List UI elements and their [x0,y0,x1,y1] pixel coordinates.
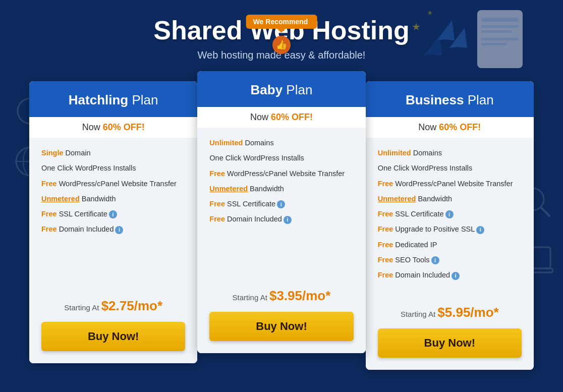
feature-text-5: Domain Included [225,215,282,223]
feature-bold-4: Free [41,210,57,218]
plan-discount-baby: Now 60% OFF! [197,107,365,128]
feature-bold-7: Free [378,256,393,264]
info-icon-5[interactable]: i [284,216,292,224]
plan-name-hatchling: Hatchling Plan [39,92,187,108]
plan-header-baby: Baby Plan [197,71,365,107]
plan-footer-business: Starting At $5.95/mo* Buy Now! [366,296,534,370]
feature-bold-8: Free [378,271,393,279]
feature-item-4: Free SSL Certificatei [209,199,353,209]
plan-footer-baby: Starting At $3.95/mo* Buy Now! [197,279,365,353]
feature-item-3: Unmetered Bandwidth [209,184,353,194]
feature-text-4: SSL Certificate [57,210,107,218]
feature-text-4: SSL Certificate [393,210,443,218]
feature-text-0: Domains [243,139,273,147]
feature-item-1: One Click WordPress Installs [209,153,353,163]
feature-text-2: WordPress/cPanel Website Transfer [225,170,345,178]
page-wrapper: Shared Web Hosting Web hosting made easy… [0,0,563,390]
feature-text-1: One Click WordPress Installs [209,154,304,162]
discount-label: Now [418,122,439,132]
info-icon-4[interactable]: i [109,210,117,218]
plan-name-regular: Plan [464,92,493,107]
info-icon-7[interactable]: i [431,256,439,264]
feature-item-3: Unmetered Bandwidth [378,194,522,204]
feature-bold-0: Single [41,149,64,157]
feature-item-4: Free SSL Certificatei [41,209,185,219]
price-baby: $3.95/mo* [269,288,330,303]
plan-name-bold: Hatchling [69,92,128,107]
discount-value: 60% OFF! [439,122,481,132]
feature-text-5: Upgrade to Positive SSL [393,225,475,233]
thumbs-up-icon: 👍 [272,36,291,54]
feature-item-2: Free WordPress/cPanel Website Transfer [378,179,522,189]
feature-bold-2: Free [41,180,57,188]
plan-baby: 👍 We Recommend Baby Plan Now 60% OFF! Un… [197,71,365,353]
feature-item-5: Free Domain Includedi [209,214,353,224]
price-business: $5.95/mo* [437,305,498,320]
starting-at-label: Starting At $3.95/mo* [209,288,353,304]
info-icon-4[interactable]: i [445,210,454,218]
feature-item-0: Single Domain [41,148,185,158]
feature-text-3: Bandwidth [80,195,116,203]
feature-item-2: Free WordPress/cPanel Website Transfer [209,169,353,179]
feature-text-0: Domains [411,149,442,157]
feature-text-2: WordPress/cPanel Website Transfer [57,180,177,188]
feature-text-2: WordPress/cPanel Website Transfer [393,180,513,188]
feature-item-4: Free SSL Certificatei [378,209,522,219]
plan-name-bold: Baby [251,82,283,97]
feature-text-1: One Click WordPress Installs [378,164,472,172]
feature-bold-0: Unlimited [378,149,411,157]
plan-name-baby: Baby Plan [207,82,355,98]
info-icon-8[interactable]: i [452,272,460,280]
plan-features-baby: Unlimited DomainsOne Click WordPress Ins… [197,128,365,279]
feature-item-2: Free WordPress/cPanel Website Transfer [41,179,185,189]
info-icon-5[interactable]: i [476,226,484,234]
discount-label: Now [82,122,103,132]
plan-name-regular: Plan [283,82,312,97]
plans-container: Hatchling Plan Now 60% OFF! Single Domai… [29,81,534,370]
starting-at-label: Starting At $2.75/mo* [41,298,185,314]
feature-text-5: Domain Included [57,225,114,233]
plan-name-business: Business Plan [376,92,524,108]
feature-bold-2: Free [209,170,225,178]
feature-item-3: Unmetered Bandwidth [41,194,185,204]
feature-text-0: Domain [64,149,91,157]
feature-bold-5: Free [41,225,57,233]
feature-bold-3: Unmetered [41,195,80,203]
discount-value: 60% OFF! [103,122,145,132]
feature-bold-6: Free [378,241,393,249]
info-icon-4[interactable]: i [277,200,285,208]
plan-header-business: Business Plan [366,81,534,117]
plan-card-baby: Baby Plan Now 60% OFF! Unlimited Domains… [197,71,365,353]
discount-value: 60% OFF! [271,112,313,122]
plan-card-hatchling: Hatchling Plan Now 60% OFF! Single Domai… [29,81,197,363]
feature-item-7: Free SEO Toolsi [378,255,522,265]
buy-button-business[interactable]: Buy Now! [378,328,522,358]
feature-text-6: Dedicated IP [393,241,437,249]
plan-name-bold: Business [406,92,464,107]
plan-name-regular: Plan [128,92,158,107]
feature-text-3: Bandwidth [416,195,452,203]
feature-text-7: SEO Tools [393,256,429,264]
plan-business: Business Plan Now 60% OFF! Unlimited Dom… [366,81,534,370]
feature-text-4: SSL Certificate [225,200,275,208]
feature-item-6: Free Dedicated IP [378,240,522,250]
feature-item-0: Unlimited Domains [209,138,353,148]
feature-item-5: Free Domain Includedi [41,224,185,234]
plan-hatchling: Hatchling Plan Now 60% OFF! Single Domai… [29,81,197,363]
feature-item-1: One Click WordPress Installs [378,163,522,173]
price-hatchling: $2.75/mo* [101,298,162,313]
feature-bold-5: Free [209,215,225,223]
info-icon-5[interactable]: i [115,226,123,234]
plan-card-business: Business Plan Now 60% OFF! Unlimited Dom… [366,81,534,370]
feature-bold-4: Free [209,200,225,208]
buy-button-hatchling[interactable]: Buy Now! [41,322,185,351]
feature-bold-4: Free [378,210,393,218]
plan-features-hatchling: Single DomainOne Click WordPress Install… [29,138,197,289]
recommend-badge: We Recommend [246,15,317,29]
buy-button-baby[interactable]: Buy Now! [209,312,353,341]
feature-bold-3: Unmetered [209,185,248,193]
feature-text-8: Domain Included [393,271,450,279]
feature-bold-3: Unmetered [378,195,416,203]
plan-header-hatchling: Hatchling Plan [29,81,197,117]
plan-discount-hatchling: Now 60% OFF! [29,117,197,138]
